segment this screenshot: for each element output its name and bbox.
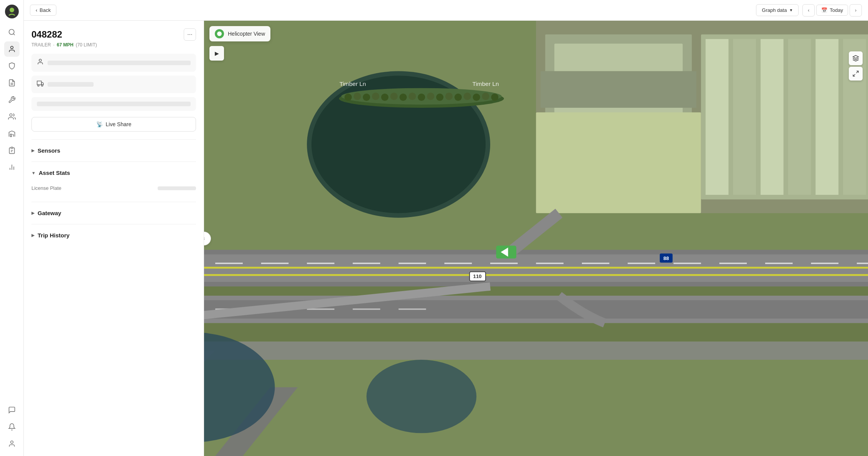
svg-point-6	[10, 114, 12, 117]
svg-point-1	[10, 8, 14, 12]
gateway-chevron-icon: ▶	[31, 211, 35, 216]
svg-rect-57	[857, 263, 868, 264]
svg-point-80	[363, 94, 370, 101]
divider-2	[31, 161, 196, 162]
divider-1	[31, 139, 196, 140]
asset-stats-chevron-icon: ▼	[31, 171, 36, 175]
back-chevron-icon: ‹	[36, 7, 37, 13]
svg-point-79	[354, 93, 361, 100]
svg-line-105	[856, 71, 858, 73]
asset-stats-section-header[interactable]: ▼ Asset Stats	[31, 165, 196, 181]
top-bar: ‹ Back Graph data ▼ ‹ 📅 Today ›	[24, 0, 868, 21]
dropdown-icon: ▼	[789, 8, 793, 12]
sidebar-item-assets[interactable]	[4, 41, 20, 57]
asset-stats-content: License Plate	[31, 181, 196, 199]
sidebar-item-search[interactable]	[4, 25, 20, 40]
svg-point-92	[473, 94, 480, 101]
layers-button[interactable]	[849, 51, 863, 65]
svg-point-15	[39, 59, 41, 61]
asset-subtitle: TRAILER · 67 MPH (70 LIMIT)	[31, 42, 196, 48]
today-label: Today	[830, 7, 843, 13]
trip-history-section-header[interactable]: ▶ Trip History	[31, 227, 196, 243]
live-share-label: Live Share	[106, 121, 132, 127]
sidebar-item-messages[interactable]	[4, 402, 20, 418]
gateway-section-header[interactable]: ▶ Gateway	[31, 205, 196, 221]
svg-rect-69	[204, 286, 868, 296]
license-plate-row: License Plate	[31, 184, 196, 193]
sidebar-item-alerts[interactable]	[4, 419, 20, 435]
asset-id: 048282	[31, 29, 62, 40]
sidebar-item-reports[interactable]	[4, 75, 20, 91]
sidebar-item-profile[interactable]	[4, 436, 20, 451]
map-container[interactable]: ‹	[204, 21, 868, 456]
asset-title-row: 048282 ···	[31, 28, 196, 41]
svg-rect-54	[719, 263, 747, 264]
svg-point-90	[455, 94, 462, 101]
svg-marker-104	[853, 56, 859, 59]
svg-point-75	[366, 360, 476, 433]
svg-rect-65	[307, 308, 334, 310]
prev-date-button[interactable]: ‹	[802, 4, 815, 16]
graph-data-button[interactable]: Graph data ▼	[756, 4, 799, 16]
svg-rect-52	[628, 263, 655, 264]
sidebar-item-teams[interactable]	[4, 109, 20, 124]
sidebar-item-fuel[interactable]	[4, 126, 20, 141]
svg-rect-29	[815, 39, 838, 195]
next-date-button[interactable]: ›	[850, 4, 862, 16]
svg-rect-40	[204, 274, 868, 276]
driver-info-card	[31, 54, 196, 72]
svg-rect-33	[536, 112, 701, 213]
svg-point-19	[41, 85, 43, 86]
svg-text:Timber Ln: Timber Ln	[472, 81, 499, 87]
svg-point-81	[372, 93, 379, 100]
sensors-chevron-icon: ▶	[31, 148, 35, 153]
svg-text:110: 110	[473, 273, 482, 279]
sidebar-item-analytics[interactable]	[4, 160, 20, 175]
svg-rect-28	[788, 39, 811, 195]
svg-rect-25	[706, 39, 729, 195]
svg-point-82	[381, 94, 389, 101]
driver-name-placeholder	[48, 61, 191, 65]
svg-point-86	[418, 94, 425, 101]
sidebar-item-safety[interactable]	[4, 58, 20, 74]
sensors-title: Sensors	[38, 147, 60, 154]
fullscreen-button[interactable]	[849, 67, 863, 81]
svg-point-93	[482, 93, 489, 100]
live-share-button[interactable]: 📡 Live Share	[31, 117, 196, 132]
svg-point-89	[445, 93, 453, 100]
svg-rect-27	[761, 39, 784, 195]
play-button[interactable]: ▶	[209, 46, 224, 61]
svg-rect-50	[536, 263, 564, 264]
view-selector[interactable]: Helicopter View	[209, 26, 270, 41]
license-plate-label: License Plate	[31, 185, 61, 191]
view-label: Helicopter View	[228, 31, 265, 37]
today-button[interactable]: 📅 Today	[816, 5, 848, 16]
svg-text:88: 88	[664, 255, 669, 261]
svg-point-14	[10, 441, 13, 444]
svg-rect-39	[204, 267, 868, 269]
view-dot	[215, 29, 224, 38]
svg-rect-67	[399, 308, 426, 310]
vehicle-name-placeholder	[48, 82, 94, 87]
svg-point-78	[344, 94, 352, 101]
back-button[interactable]: ‹ Back	[30, 5, 56, 16]
divider-3	[31, 202, 196, 202]
svg-line-106	[853, 74, 855, 76]
svg-rect-43	[215, 263, 243, 264]
gateway-title: Gateway	[38, 210, 61, 216]
svg-point-91	[464, 93, 471, 100]
more-options-button[interactable]: ···	[184, 28, 196, 41]
icon-sidebar	[0, 0, 24, 456]
svg-rect-26	[733, 39, 756, 195]
sidebar-item-maintenance[interactable]	[4, 92, 20, 107]
address-placeholder	[37, 102, 191, 106]
svg-rect-70	[204, 323, 868, 342]
svg-text:Timber Ln: Timber Ln	[339, 81, 366, 87]
sensors-section-header[interactable]: ▶ Sensors	[31, 143, 196, 158]
asset-detail-panel: 048282 ··· TRAILER · 67 MPH (70 LIMIT)	[24, 21, 204, 456]
person-icon	[37, 58, 44, 67]
map-right-controls	[849, 51, 863, 81]
calendar-icon: 📅	[821, 7, 827, 13]
trip-history-chevron-icon: ▶	[31, 233, 35, 238]
sidebar-item-compliance[interactable]	[4, 143, 20, 158]
